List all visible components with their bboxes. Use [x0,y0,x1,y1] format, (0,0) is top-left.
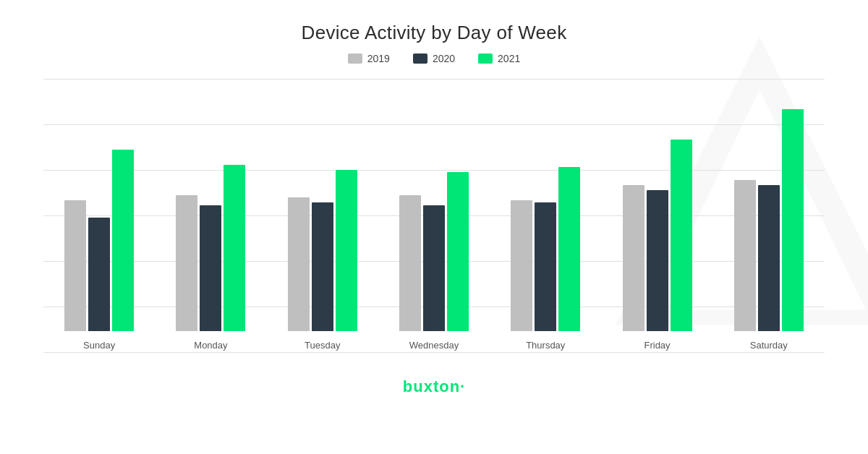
legend-label-2021: 2021 [498,53,520,64]
day-bars-monday [155,79,266,331]
brand-dot: · [460,377,465,395]
day-label-monday: Monday [194,337,227,353]
bar-wednesday-2020 [423,205,445,332]
bar-friday-2021 [671,140,692,331]
bar-saturday-2019 [734,180,756,331]
day-bars-thursday [490,79,601,331]
bar-sunday-2021 [112,150,134,331]
bar-wednesday-2019 [399,195,421,331]
legend: 2019 2020 2021 [43,53,825,64]
day-bars-sunday [43,79,155,331]
legend-swatch-2019 [348,53,362,64]
legend-swatch-2020 [413,53,427,64]
brand-text: buxton [403,377,460,395]
bar-friday-2019 [623,185,644,331]
day-label-tuesday: Tuesday [305,337,340,353]
day-label-thursday: Thursday [526,337,565,353]
day-bars-saturday [713,79,825,331]
legend-label-2020: 2020 [433,53,455,64]
bar-sunday-2019 [64,200,86,331]
bar-thursday-2021 [558,167,580,331]
bar-wednesday-2021 [447,172,469,331]
day-label-sunday: Sunday [83,337,115,353]
day-bars-tuesday [267,79,378,331]
legend-item-2021: 2021 [478,53,520,64]
day-label-wednesday: Wednesday [409,337,459,353]
chart-container: Device Activity by Day of Week 2019 2020… [0,0,868,454]
bar-monday-2021 [224,165,245,331]
day-group-monday: Monday [155,79,266,353]
bar-sunday-2020 [88,218,110,331]
bar-monday-2019 [176,195,197,331]
day-group-sunday: Sunday [43,79,155,353]
day-bars-friday [601,79,712,331]
legend-item-2020: 2020 [413,53,455,64]
bar-thursday-2020 [535,202,556,331]
day-group-thursday: Thursday [490,79,601,353]
chart-title: Device Activity by Day of Week [43,22,825,44]
day-group-friday: Friday [601,79,712,353]
bar-tuesday-2019 [288,197,310,331]
legend-label-2019: 2019 [367,53,390,64]
chart-area: SundayMondayTuesdayWednesdayThursdayFrid… [43,79,825,374]
day-group-saturday: Saturday [713,79,825,353]
day-label-friday: Friday [644,337,670,353]
bar-saturday-2020 [758,185,780,331]
day-group-wednesday: Wednesday [378,79,490,353]
bar-tuesday-2021 [336,170,357,331]
legend-item-2019: 2019 [348,53,390,64]
day-group-tuesday: Tuesday [267,79,378,353]
bar-thursday-2019 [511,200,532,331]
bar-monday-2020 [200,205,221,332]
bars-area: SundayMondayTuesdayWednesdayThursdayFrid… [43,79,825,374]
bar-saturday-2021 [782,109,804,331]
bar-friday-2020 [647,190,668,331]
legend-swatch-2021 [478,53,493,64]
brand-label: buxton· [43,377,825,396]
day-label-saturday: Saturday [750,337,788,353]
day-bars-wednesday [378,79,490,331]
bar-tuesday-2020 [312,202,333,331]
